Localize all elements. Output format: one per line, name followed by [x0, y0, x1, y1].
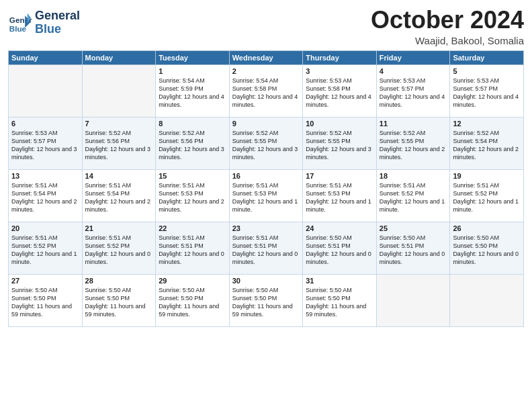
calendar-day-cell: 31Sunrise: 5:50 AMSunset: 5:50 PMDayligh… — [303, 274, 377, 326]
calendar-day-cell: 22Sunrise: 5:51 AMSunset: 5:51 PMDayligh… — [156, 222, 230, 274]
day-number: 25 — [380, 224, 447, 232]
day-detail: Sunrise: 5:51 AMSunset: 5:51 PMDaylight:… — [159, 234, 226, 267]
day-number: 21 — [85, 224, 153, 232]
day-number: 30 — [232, 277, 300, 285]
day-number: 14 — [85, 172, 153, 180]
day-detail: Sunrise: 5:50 AMSunset: 5:50 PMDaylight:… — [232, 286, 300, 319]
weekday-header: Friday — [376, 50, 450, 64]
calendar-day-cell: 29Sunrise: 5:50 AMSunset: 5:50 PMDayligh… — [156, 274, 230, 326]
calendar-day-cell: 19Sunrise: 5:51 AMSunset: 5:52 PMDayligh… — [450, 169, 524, 222]
day-number: 12 — [453, 120, 521, 128]
calendar-day-cell: 27Sunrise: 5:50 AMSunset: 5:50 PMDayligh… — [9, 274, 83, 326]
calendar-day-cell: 21Sunrise: 5:51 AMSunset: 5:52 PMDayligh… — [82, 222, 156, 274]
day-detail: Sunrise: 5:51 AMSunset: 5:54 PMDaylight:… — [85, 181, 153, 214]
day-number: 26 — [453, 224, 521, 232]
day-detail: Sunrise: 5:52 AMSunset: 5:54 PMDaylight:… — [453, 129, 521, 162]
day-number: 31 — [306, 277, 373, 285]
calendar-header-row: SundayMondayTuesdayWednesdayThursdayFrid… — [9, 50, 524, 64]
day-detail: Sunrise: 5:50 AMSunset: 5:50 PMDaylight:… — [85, 286, 153, 319]
logo-text-general: General — [35, 9, 80, 23]
page-container: General Blue General Blue October 2024 W… — [0, 0, 532, 332]
day-detail: Sunrise: 5:50 AMSunset: 5:51 PMDaylight:… — [306, 234, 373, 267]
calendar-week-row: 20Sunrise: 5:51 AMSunset: 5:52 PMDayligh… — [9, 222, 524, 274]
title-block: October 2024 Waajid, Bakool, Somalia — [371, 7, 524, 46]
calendar-day-cell: 16Sunrise: 5:51 AMSunset: 5:53 PMDayligh… — [229, 169, 303, 222]
weekday-header: Saturday — [450, 50, 524, 64]
day-detail: Sunrise: 5:52 AMSunset: 5:55 PMDaylight:… — [232, 129, 300, 162]
weekday-header: Wednesday — [229, 50, 303, 64]
day-detail: Sunrise: 5:53 AMSunset: 5:58 PMDaylight:… — [306, 77, 373, 109]
day-detail: Sunrise: 5:51 AMSunset: 5:53 PMDaylight:… — [306, 181, 373, 214]
calendar-day-cell: 3Sunrise: 5:53 AMSunset: 5:58 PMDaylight… — [303, 64, 377, 117]
calendar-day-cell — [82, 64, 156, 117]
calendar-day-cell: 25Sunrise: 5:50 AMSunset: 5:51 PMDayligh… — [376, 222, 450, 274]
day-detail: Sunrise: 5:50 AMSunset: 5:50 PMDaylight:… — [159, 286, 226, 319]
day-number: 17 — [306, 172, 373, 180]
calendar-day-cell: 1Sunrise: 5:54 AMSunset: 5:59 PMDaylight… — [156, 64, 230, 117]
day-number: 23 — [232, 224, 300, 232]
day-number: 13 — [11, 172, 79, 180]
logo: General Blue General Blue — [8, 9, 80, 36]
calendar-day-cell: 23Sunrise: 5:51 AMSunset: 5:51 PMDayligh… — [229, 222, 303, 274]
day-detail: Sunrise: 5:52 AMSunset: 5:56 PMDaylight:… — [159, 129, 226, 162]
day-detail: Sunrise: 5:51 AMSunset: 5:52 PMDaylight:… — [11, 234, 79, 267]
day-detail: Sunrise: 5:51 AMSunset: 5:52 PMDaylight:… — [85, 234, 153, 267]
day-number: 20 — [11, 224, 79, 232]
calendar-day-cell — [450, 274, 524, 326]
day-detail: Sunrise: 5:50 AMSunset: 5:50 PMDaylight:… — [453, 234, 521, 267]
calendar-day-cell: 8Sunrise: 5:52 AMSunset: 5:56 PMDaylight… — [156, 117, 230, 169]
day-number: 28 — [85, 277, 153, 285]
calendar-day-cell: 12Sunrise: 5:52 AMSunset: 5:54 PMDayligh… — [450, 117, 524, 169]
day-number: 24 — [306, 224, 373, 232]
day-number: 19 — [453, 172, 521, 180]
calendar-day-cell: 9Sunrise: 5:52 AMSunset: 5:55 PMDaylight… — [229, 117, 303, 169]
day-detail: Sunrise: 5:53 AMSunset: 5:57 PMDaylight:… — [11, 129, 79, 162]
calendar-week-row: 27Sunrise: 5:50 AMSunset: 5:50 PMDayligh… — [9, 274, 524, 326]
day-detail: Sunrise: 5:53 AMSunset: 5:57 PMDaylight:… — [453, 77, 521, 109]
day-detail: Sunrise: 5:51 AMSunset: 5:51 PMDaylight:… — [232, 234, 300, 267]
calendar-day-cell: 15Sunrise: 5:51 AMSunset: 5:53 PMDayligh… — [156, 169, 230, 222]
day-number: 4 — [380, 67, 447, 75]
header-row: General Blue General Blue October 2024 W… — [8, 7, 524, 46]
day-detail: Sunrise: 5:52 AMSunset: 5:55 PMDaylight:… — [380, 129, 447, 162]
day-detail: Sunrise: 5:50 AMSunset: 5:51 PMDaylight:… — [380, 234, 447, 267]
weekday-header: Tuesday — [156, 50, 230, 64]
calendar-day-cell: 20Sunrise: 5:51 AMSunset: 5:52 PMDayligh… — [9, 222, 83, 274]
day-number: 11 — [380, 120, 447, 128]
day-detail: Sunrise: 5:52 AMSunset: 5:55 PMDaylight:… — [306, 129, 373, 162]
calendar-day-cell: 6Sunrise: 5:53 AMSunset: 5:57 PMDaylight… — [9, 117, 83, 169]
day-number: 6 — [11, 120, 79, 128]
month-title: October 2024 — [371, 7, 524, 34]
day-number: 10 — [306, 120, 373, 128]
calendar-day-cell: 11Sunrise: 5:52 AMSunset: 5:55 PMDayligh… — [376, 117, 450, 169]
day-number: 27 — [11, 277, 79, 285]
day-number: 16 — [232, 172, 300, 180]
day-detail: Sunrise: 5:54 AMSunset: 5:59 PMDaylight:… — [159, 77, 226, 109]
day-detail: Sunrise: 5:50 AMSunset: 5:50 PMDaylight:… — [306, 286, 373, 319]
calendar-day-cell: 10Sunrise: 5:52 AMSunset: 5:55 PMDayligh… — [303, 117, 377, 169]
day-detail: Sunrise: 5:51 AMSunset: 5:53 PMDaylight:… — [232, 181, 300, 214]
calendar-day-cell: 24Sunrise: 5:50 AMSunset: 5:51 PMDayligh… — [303, 222, 377, 274]
day-number: 15 — [159, 172, 226, 180]
day-detail: Sunrise: 5:51 AMSunset: 5:53 PMDaylight:… — [159, 181, 226, 214]
calendar-day-cell: 26Sunrise: 5:50 AMSunset: 5:50 PMDayligh… — [450, 222, 524, 274]
day-detail: Sunrise: 5:53 AMSunset: 5:57 PMDaylight:… — [380, 77, 447, 109]
calendar-day-cell: 7Sunrise: 5:52 AMSunset: 5:56 PMDaylight… — [82, 117, 156, 169]
svg-text:Blue: Blue — [9, 24, 27, 32]
weekday-header: Monday — [82, 50, 156, 64]
day-detail: Sunrise: 5:52 AMSunset: 5:56 PMDaylight:… — [85, 129, 153, 162]
calendar-day-cell: 18Sunrise: 5:51 AMSunset: 5:52 PMDayligh… — [376, 169, 450, 222]
calendar-week-row: 13Sunrise: 5:51 AMSunset: 5:54 PMDayligh… — [9, 169, 524, 222]
day-number: 9 — [232, 120, 300, 128]
day-number: 5 — [453, 67, 521, 75]
day-number: 3 — [306, 67, 373, 75]
logo-icon: General Blue — [8, 11, 32, 35]
day-detail: Sunrise: 5:51 AMSunset: 5:52 PMDaylight:… — [380, 181, 447, 214]
day-number: 29 — [159, 277, 226, 285]
calendar-day-cell — [376, 274, 450, 326]
day-number: 8 — [159, 120, 226, 128]
day-number: 18 — [380, 172, 447, 180]
calendar-day-cell: 14Sunrise: 5:51 AMSunset: 5:54 PMDayligh… — [82, 169, 156, 222]
calendar-week-row: 6Sunrise: 5:53 AMSunset: 5:57 PMDaylight… — [9, 117, 524, 169]
calendar-day-cell: 28Sunrise: 5:50 AMSunset: 5:50 PMDayligh… — [82, 274, 156, 326]
